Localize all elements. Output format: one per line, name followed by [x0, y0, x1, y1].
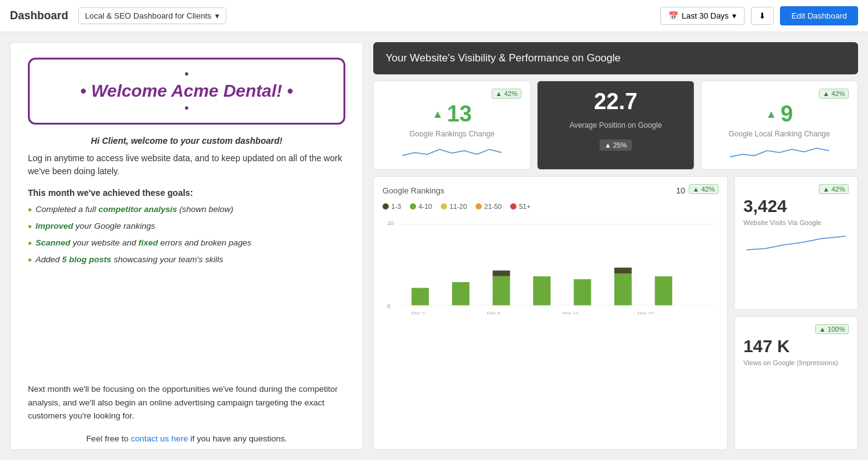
chart-area: 10 0: [383, 215, 719, 442]
goal-bold-3b: fixed: [138, 238, 158, 247]
svg-text:Mar 8: Mar 8: [487, 311, 500, 314]
chevron-down-icon: ▾: [732, 11, 737, 20]
contact-suffix: if you have any questions.: [190, 434, 287, 443]
download-button[interactable]: ⬇: [751, 7, 774, 25]
stats-row: ▲ 42% ▲ 13 Google Rankings Change 22.7: [373, 81, 858, 170]
badge-rankings-change: ▲ 42%: [492, 89, 521, 99]
download-icon: ⬇: [759, 11, 766, 20]
goal-text-1: Completed a full competitor analysis (sh…: [35, 204, 233, 216]
svg-rect-14: [614, 273, 632, 305]
rankings-chart-svg: 10 0: [383, 215, 719, 314]
calendar-icon: 📅: [668, 11, 678, 20]
goals-list: • Completed a full competitor analysis (…: [28, 204, 345, 266]
legend-dot-4-10: [410, 203, 416, 210]
svg-rect-9: [452, 282, 469, 305]
triangle-up-icon: ▲: [432, 108, 443, 121]
stat-number-rankings-change: ▲ 13: [383, 101, 521, 127]
contact-link[interactable]: contact us here: [131, 434, 188, 443]
visits-label: Website Visits Via Google: [743, 219, 849, 226]
legend-item-1-3: 1-3: [383, 203, 401, 210]
visits-mini-chart: [743, 231, 849, 253]
bullet-icon: •: [28, 221, 32, 232]
triangle-up-icon: ▲: [766, 108, 777, 121]
next-month-text: Next month we'll be focusing on the oppo…: [28, 383, 345, 423]
svg-rect-12: [533, 276, 551, 306]
legend-item-4-10: 4-10: [410, 203, 432, 210]
last30-button[interactable]: 📅 Last 30 Days ▾: [660, 7, 745, 25]
svg-rect-11: [493, 270, 510, 276]
stat-number-avg-position: 22.7: [594, 89, 637, 115]
stat-label-avg-position: Average Position on Google: [546, 121, 685, 130]
legend-dot-11-20: [441, 203, 447, 210]
legend-dot-21-50: [476, 203, 482, 210]
svg-text:Mar 2: Mar 2: [412, 311, 425, 314]
svg-rect-8: [412, 288, 429, 305]
chevron-down-icon: ▾: [215, 11, 219, 20]
legend-item-11-20: 11-20: [441, 203, 467, 210]
svg-rect-10: [493, 276, 510, 306]
bullet-icon: •: [28, 238, 32, 249]
svg-text:Mar 22: Mar 22: [637, 311, 653, 314]
svg-text:0: 0: [387, 303, 390, 309]
visibility-header: Your Website's Visibility & Performance …: [373, 42, 858, 74]
badge-rankings-chart: ▲ 42%: [689, 184, 719, 194]
legend-item-51plus: 51+: [510, 203, 531, 210]
stat-label-rankings-change: Google Rankings Change: [383, 130, 521, 138]
last30-label: Last 30 Days: [682, 11, 729, 20]
right-panel: Your Website's Visibility & Performance …: [373, 42, 858, 450]
bottom-row: Google Rankings 10 ▲ 42% 1-3 4-10: [373, 176, 858, 450]
goal-bold-4: 5 blog posts: [62, 255, 112, 264]
rankings-change-value: 13: [447, 101, 472, 127]
stat-card-rankings-change: ▲ 42% ▲ 13 Google Rankings Change: [373, 81, 531, 170]
welcome-badge: • Welcome Acme Dental! •: [28, 58, 345, 125]
rankings-chart-card: Google Rankings 10 ▲ 42% 1-3 4-10: [373, 176, 728, 450]
description-text: Log in anytime to access live website da…: [28, 152, 345, 178]
side-card-visits: ▲ 42% 3,424 Website Visits Via Google: [734, 176, 858, 310]
dashboard-dropdown[interactable]: Local & SEO Dashboard for Clients ▾: [78, 7, 226, 24]
goal-text-4: Added 5 blog posts showcasing your team'…: [35, 254, 223, 266]
rankings-header: Google Rankings 10 ▲ 42%: [383, 184, 719, 197]
dashboard-label: Local & SEO Dashboard for Clients: [85, 11, 211, 20]
svg-rect-16: [655, 276, 672, 306]
goal-bold-2: Improved: [35, 221, 73, 231]
welcome-text: • Welcome Acme Dental! •: [42, 81, 331, 101]
legend-dot-1-3: [383, 203, 389, 210]
legend-label-11-20: 11-20: [450, 203, 467, 210]
legend-item-21-50: 21-50: [476, 203, 502, 210]
svg-rect-15: [614, 268, 632, 273]
stat-label-local-ranking: Google Local Ranking Change: [710, 130, 849, 138]
list-item: • Added 5 blog posts showcasing your tea…: [28, 254, 345, 266]
side-cards: ▲ 42% 3,424 Website Visits Via Google ▲ …: [734, 176, 858, 450]
list-item: • Scanned your website and fixed errors …: [28, 237, 345, 249]
goal-text-3: Scanned your website and fixed errors an…: [35, 237, 251, 249]
rankings-count-value: 10: [676, 186, 685, 195]
bullet-icon: •: [28, 255, 32, 266]
svg-text:10: 10: [387, 220, 393, 226]
rankings-legend: 1-3 4-10 11-20 21-50: [383, 203, 719, 210]
visits-value: 3,424: [743, 197, 849, 216]
goal-text-2: Improved your Google rankings: [35, 221, 155, 232]
goals-heading: This month we've achieved these goals:: [28, 188, 345, 198]
left-panel: • Welcome Acme Dental! • Hi Client, welc…: [10, 42, 363, 450]
stat-number-local-ranking: ▲ 9: [710, 101, 849, 127]
header: Dashboard Local & SEO Dashboard for Clie…: [0, 0, 868, 32]
list-item: • Improved your Google rankings: [28, 221, 345, 232]
stat-card-local-ranking: ▲ 42% ▲ 9 Google Local Ranking Change: [701, 81, 858, 170]
bullet-icon: •: [28, 205, 32, 216]
list-item: • Completed a full competitor analysis (…: [28, 204, 345, 216]
header-title: Dashboard: [10, 9, 68, 22]
main-content: • Welcome Acme Dental! • Hi Client, welc…: [0, 32, 868, 460]
legend-dot-51plus: [510, 203, 516, 210]
badge-impressions: ▲ 100%: [815, 324, 849, 334]
badge-local-ranking: ▲ 42%: [819, 89, 849, 99]
edit-dashboard-button[interactable]: Edit Dashboard: [780, 6, 858, 25]
mini-chart-local: [710, 143, 849, 162]
stat-card-avg-position: 22.7 Average Position on Google ▲ 25%: [537, 81, 694, 170]
goal-bold-3: Scanned: [35, 238, 70, 247]
legend-label-51plus: 51+: [519, 203, 531, 210]
sincerely-text: Sincerely,: [28, 449, 345, 450]
goal-bold-1: competitor analysis: [99, 205, 177, 214]
local-ranking-value: 9: [781, 101, 793, 127]
badge-avg-position: ▲ 25%: [600, 139, 632, 151]
legend-label-1-3: 1-3: [391, 203, 401, 210]
